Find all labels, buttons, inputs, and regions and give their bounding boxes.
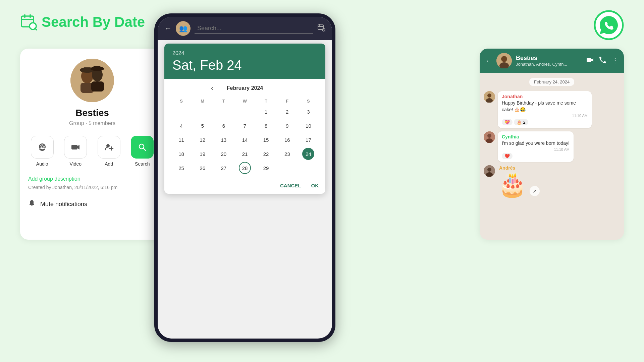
cynthia-sender: Cynthia <box>502 134 570 139</box>
chat-actions: ⋮ <box>586 56 619 65</box>
reaction-2: 🎂 2 <box>514 119 528 125</box>
bell-icon <box>28 199 36 209</box>
group-profile-card: Besties Group · 5 members Audio Video <box>20 49 164 240</box>
calendar-day[interactable]: 3 <box>302 106 314 118</box>
phone-calendar-icon[interactable] <box>317 23 325 34</box>
calendar-day[interactable]: 29 <box>260 162 272 174</box>
svg-rect-17 <box>71 145 77 149</box>
svg-point-38 <box>487 134 491 138</box>
jonathan-sender: Jonathan <box>502 94 588 99</box>
forward-button[interactable]: ↗ <box>530 186 540 196</box>
reaction-heart: ❤️ <box>502 153 513 159</box>
calendar-day-header: T <box>213 97 234 105</box>
calendar-day[interactable]: 22 <box>260 148 272 160</box>
calendar-days-grid: 1234567891011121314151617181920212223242… <box>171 105 319 175</box>
calendar-day[interactable]: 20 <box>218 148 230 160</box>
video-label: Video <box>69 161 82 167</box>
audio-label: Audio <box>36 161 48 167</box>
created-info: Created by Jonathan, 20/11/2022, 6:16 pm <box>28 185 156 190</box>
calendar-day[interactable]: 28 <box>239 162 251 174</box>
calendar-day[interactable]: 9 <box>281 120 293 132</box>
calendar-day[interactable]: 1 <box>260 106 272 118</box>
calendar-day[interactable]: 23 <box>281 148 293 160</box>
svg-rect-15 <box>93 66 101 71</box>
svg-line-23 <box>143 148 146 150</box>
calendar-day[interactable]: 24 <box>302 148 314 160</box>
avatar-container <box>28 59 156 102</box>
calendar-nav: ‹ February 2024 › <box>171 84 319 92</box>
group-info: Group · 5 members <box>28 120 156 126</box>
action-buttons: Audio Video Add <box>28 136 156 167</box>
calendar-day-header: T <box>256 97 276 105</box>
calendar-cancel-button[interactable]: Cancel <box>280 183 301 188</box>
calendar-day[interactable]: 7 <box>239 120 251 132</box>
phone-call-icon[interactable] <box>599 56 606 65</box>
audio-button[interactable]: Audio <box>28 136 56 167</box>
calendar-day[interactable]: 15 <box>260 134 272 146</box>
calendar-search-icon <box>20 13 38 31</box>
andres-avatar <box>484 165 495 177</box>
calendar-day[interactable]: 4 <box>175 120 187 132</box>
calendar-day-header: S <box>171 97 192 105</box>
cynthia-reactions: ❤️ <box>502 153 570 159</box>
phone-search-input[interactable] <box>195 23 313 34</box>
jonathan-text: Happy Birthday - pls save me some cake! … <box>502 100 588 113</box>
chat-avatar <box>496 53 512 68</box>
calendar-day[interactable]: 18 <box>175 148 187 160</box>
add-description-link[interactable]: Add group description <box>28 176 156 182</box>
calendar-day[interactable]: 16 <box>281 134 293 146</box>
video-call-icon[interactable] <box>586 56 594 65</box>
birthday-cake-sticker: 🎂 <box>498 173 527 196</box>
mute-row: Mute notifications <box>28 199 156 209</box>
calendar-day[interactable]: 26 <box>197 162 209 174</box>
calendar-day[interactable]: 17 <box>302 134 314 146</box>
calendar-day[interactable]: 5 <box>197 120 209 132</box>
svg-point-31 <box>501 56 507 62</box>
calendar-day[interactable]: 14 <box>239 134 251 146</box>
calendar-grid: SMTWTFS <box>171 97 319 105</box>
calendar-day-header: W <box>234 97 255 105</box>
calendar-day[interactable]: 19 <box>197 148 209 160</box>
calendar-day[interactable]: 13 <box>218 134 230 146</box>
cynthia-avatar <box>484 131 495 143</box>
calendar-ok-button[interactable]: OK <box>311 183 319 188</box>
message-row: Andrés 🎂 ↗ <box>484 165 620 196</box>
menu-icon[interactable]: ⋮ <box>612 56 619 65</box>
reaction-1: 💝 <box>502 119 513 125</box>
calendar-day[interactable]: 8 <box>260 120 272 132</box>
svg-point-7 <box>70 59 114 102</box>
calendar-day[interactable]: 2 <box>281 106 293 118</box>
video-button[interactable]: Video <box>62 136 90 167</box>
chat-back-button[interactable]: ← <box>485 56 492 65</box>
chat-name: Besties <box>516 55 582 62</box>
audio-icon[interactable] <box>31 136 54 159</box>
calendar-day[interactable]: 25 <box>175 162 187 174</box>
jonathan-message: Jonathan Happy Birthday - pls save me so… <box>498 91 592 128</box>
calendar-day[interactable]: 12 <box>197 134 209 146</box>
video-icon[interactable] <box>64 136 87 159</box>
calendar-day[interactable]: 21 <box>239 148 251 160</box>
andres-sender: Andrés <box>499 165 540 171</box>
add-label: Add <box>105 161 113 167</box>
add-button[interactable]: Add <box>95 136 123 167</box>
chat-card: ← Besties Jonathan, Andrés, Cynth... <box>480 49 624 240</box>
svg-rect-11 <box>91 81 104 92</box>
phone-screen: ← 👥 2024 Sat, Feb 24 <box>158 17 332 339</box>
calendar-prev-button[interactable]: ‹ <box>211 84 213 92</box>
search-icon[interactable] <box>131 136 154 159</box>
calendar-day[interactable]: 10 <box>302 120 314 132</box>
phone-topbar: ← 👥 <box>158 17 332 40</box>
svg-rect-13 <box>83 67 91 72</box>
search-button[interactable]: Search <box>128 136 157 167</box>
calendar-dialog: 2024 Sat, Feb 24 ‹ February 2024 › SMTWT… <box>164 44 325 194</box>
calendar-header: 2024 Sat, Feb 24 <box>164 44 325 79</box>
calendar-day[interactable]: 27 <box>218 162 230 174</box>
chat-members: Jonathan, Andrés, Cynth... <box>516 62 582 67</box>
phone-back-button[interactable]: ← <box>164 24 172 33</box>
calendar-day[interactable]: 11 <box>175 134 187 146</box>
chat-title-area: Besties Jonathan, Andrés, Cynth... <box>516 55 582 67</box>
whatsapp-logo <box>594 10 624 40</box>
calendar-day[interactable]: 6 <box>218 120 230 132</box>
add-icon[interactable] <box>98 136 120 159</box>
phone-profile-avatar: 👥 <box>176 21 191 36</box>
